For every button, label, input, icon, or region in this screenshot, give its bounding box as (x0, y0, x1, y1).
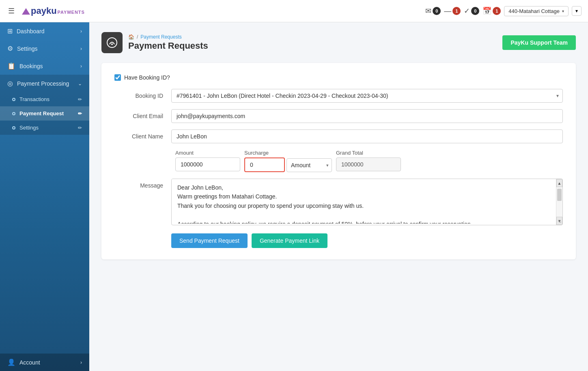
sidebar-item-bookings-label: Bookings (19, 63, 43, 69)
client-name-field (171, 129, 563, 143)
logo-inner: payku PAYMENTS (22, 6, 85, 16)
payment-processing-icon: ◎ (7, 80, 13, 87)
send-payment-request-button[interactable]: Send Payment Request (171, 233, 248, 248)
dashboard-gauge-icon (106, 37, 118, 48)
calendar-badge: 1 (493, 7, 501, 15)
calendar-icon: 📅 (482, 6, 491, 15)
sidebar-item-transactions-label: Transactions (19, 96, 50, 102)
message-row: Message Dear John LeBon, Warm greetings … (114, 179, 563, 225)
sidebar-item-transactions[interactable]: Transactions ✏ (0, 92, 89, 106)
account-icon: 👤 (7, 358, 15, 366)
booking-id-select-wrapper: #7961401 - John LeBon (Direct Hotel - Ch… (171, 89, 563, 103)
hamburger-button[interactable]: ☰ (6, 5, 16, 17)
topbar: ☰ payku PAYMENTS ✉ 0 — 1 ✓ 0 (0, 0, 588, 22)
grand-total-label: Grand Total (336, 150, 401, 156)
scroll-track (556, 187, 562, 217)
surcharge-group: Surcharge Amount Percentage (244, 150, 332, 172)
mail-notification[interactable]: ✉ 0 (425, 6, 441, 15)
account-dropdown-arrow: ▾ (562, 9, 564, 13)
topbar-right: ✉ 0 — 1 ✓ 0 📅 1 440-Matahari Cottage ▾ ▾ (425, 6, 582, 16)
sidebar-item-payment-request-label: Payment Request (19, 110, 64, 116)
sidebar-item-payment-processing-label: Payment Processing (17, 80, 69, 87)
extra-dropdown-button[interactable]: ▾ (572, 6, 582, 16)
minus-icon: — (444, 7, 451, 15)
support-button[interactable]: PayKu Support Team (502, 35, 576, 50)
logo-mark (22, 8, 30, 14)
bookings-icon: 📋 (7, 62, 15, 70)
check-notification[interactable]: ✓ 0 (464, 6, 479, 15)
check-icon: ✓ (464, 6, 470, 15)
page-title-block: 🏠 / Payment Requests Payment Requests (128, 34, 208, 51)
have-booking-id-row: Have Booking ID? (114, 74, 563, 81)
sidebar-item-dashboard[interactable]: ⊞ Dashboard › (0, 22, 89, 40)
message-label: Message (114, 179, 171, 189)
client-email-label: Client Email (114, 109, 171, 119)
have-booking-id-label[interactable]: Have Booking ID? (124, 74, 170, 81)
logo-payku-text: payku (31, 6, 57, 16)
account-name: 440-Matahari Cottage (508, 8, 560, 14)
message-textarea[interactable]: Dear John LeBon, Warm greetings from Mat… (172, 179, 562, 224)
payment-request-edit-icon: ✏ (78, 111, 82, 116)
sidebar-item-account-label: Account (19, 359, 40, 366)
sidebar-item-settings-label: Settings (17, 45, 38, 52)
client-email-row: Client Email (114, 109, 563, 123)
account-chevron: › (80, 360, 82, 365)
dashboard-chevron: › (80, 28, 82, 34)
generate-payment-link-button[interactable]: Generate Payment Link (252, 233, 327, 248)
settings-icon: ⚙ (7, 45, 13, 52)
surcharge-type-select[interactable]: Amount Percentage (286, 158, 332, 172)
booking-id-select[interactable]: #7961401 - John LeBon (Direct Hotel - Ch… (171, 89, 563, 103)
calendar-notification[interactable]: 📅 1 (482, 6, 501, 15)
payment-request-circle-icon (12, 112, 15, 115)
main-content: 🏠 / Payment Requests Payment Requests Pa… (89, 22, 588, 371)
client-email-input[interactable] (171, 109, 563, 123)
breadcrumb-current[interactable]: Payment Requests (140, 34, 181, 40)
booking-id-row: Booking ID #7961401 - John LeBon (Direct… (114, 89, 563, 103)
booking-id-field: #7961401 - John LeBon (Direct Hotel - Ch… (171, 89, 563, 103)
logo-payments-text: PAYMENTS (58, 10, 85, 15)
payment-processing-chevron: ⌄ (78, 81, 82, 86)
settings-chevron: › (80, 46, 82, 52)
surcharge-input[interactable] (244, 157, 285, 172)
mail-badge: 0 (433, 7, 441, 15)
surcharge-input-group: Amount Percentage (244, 157, 332, 172)
message-textarea-wrap: Dear John LeBon, Warm greetings from Mat… (171, 179, 563, 225)
amount-section-label (114, 150, 171, 153)
minus-badge: 1 (452, 7, 461, 15)
surcharge-type-wrapper: Amount Percentage (286, 158, 332, 172)
mail-icon: ✉ (425, 6, 431, 15)
sidebar-item-settings-sub[interactable]: Settings ✏ (0, 121, 89, 135)
sidebar-item-settings-sub-label: Settings (19, 125, 39, 131)
sidebar-item-account[interactable]: 👤 Account › (0, 354, 89, 371)
amount-row: Amount Surcharge Amount Percentage (114, 150, 563, 172)
sidebar-item-payment-request[interactable]: Payment Request ✏ (0, 106, 89, 121)
minus-notification[interactable]: — 1 (444, 7, 461, 15)
page-icon-box (101, 32, 123, 53)
have-booking-id-checkbox[interactable] (114, 74, 121, 81)
bookings-chevron: › (80, 63, 82, 69)
breadcrumb-separator: / (137, 34, 138, 40)
grand-total-group: Grand Total (336, 150, 401, 171)
transactions-circle-icon (12, 98, 15, 101)
amount-group: Amount (175, 150, 240, 171)
sidebar-item-settings[interactable]: ⚙ Settings › (0, 40, 89, 57)
scroll-up-button[interactable]: ▲ (556, 179, 562, 187)
amount-fields: Amount Surcharge Amount Percentage (175, 150, 563, 172)
sidebar-item-payment-processing[interactable]: ◎ Payment Processing ⌄ (0, 75, 89, 92)
sidebar-item-bookings[interactable]: 📋 Bookings › (0, 57, 89, 75)
form-card: Have Booking ID? Booking ID #7961401 - J… (101, 63, 576, 259)
page-header-left: 🏠 / Payment Requests Payment Requests (101, 32, 208, 53)
check-badge: 0 (471, 7, 479, 15)
scroll-thumb (557, 189, 562, 201)
settings-sub-circle-icon (12, 126, 15, 129)
resize-handle-icon: ⤡ (558, 218, 562, 224)
amount-input[interactable] (175, 157, 240, 171)
transactions-edit-icon: ✏ (78, 97, 82, 102)
logo-triangle (22, 8, 30, 15)
sidebar-sub-menu: Transactions ✏ Payment Request ✏ Setting… (0, 92, 89, 135)
account-dropdown[interactable]: 440-Matahari Cottage ▾ (504, 6, 569, 16)
client-name-label: Client Name (114, 129, 171, 140)
surcharge-label: Surcharge (244, 150, 332, 156)
client-email-field (171, 109, 563, 123)
client-name-input[interactable] (171, 129, 563, 143)
